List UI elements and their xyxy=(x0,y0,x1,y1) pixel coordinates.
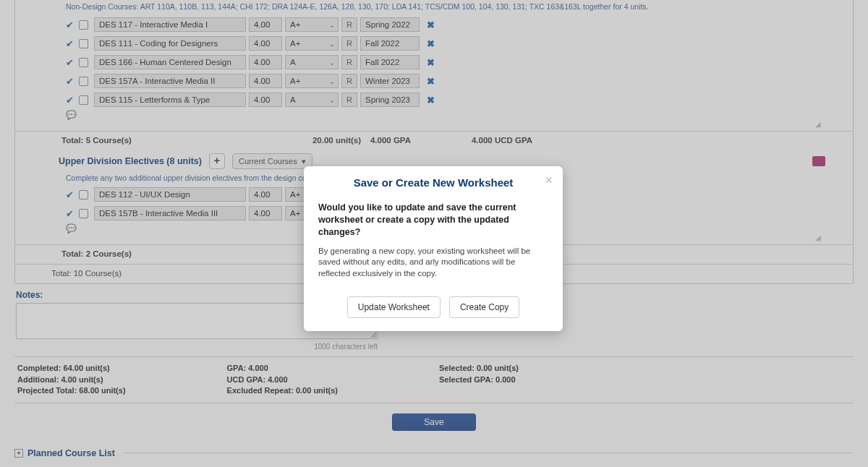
create-copy-button[interactable]: Create Copy xyxy=(449,296,519,318)
update-worksheet-button[interactable]: Update Worksheet xyxy=(347,296,441,318)
modal-body-text: By generating a new copy, your existing … xyxy=(318,246,548,280)
close-icon[interactable]: × xyxy=(545,173,553,187)
modal-title: Save or Create New Worksheet xyxy=(304,175,563,196)
modal-question: Would you like to update and save the cu… xyxy=(318,202,548,239)
save-worksheet-modal: × Save or Create New Worksheet Would you… xyxy=(304,166,563,331)
